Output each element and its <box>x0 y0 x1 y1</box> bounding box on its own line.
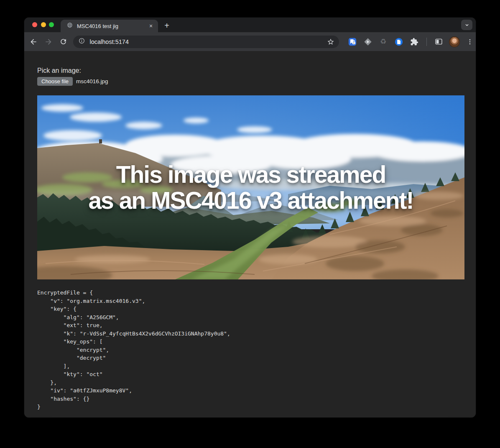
chevron-down-icon <box>464 22 470 28</box>
new-tab-button[interactable]: + <box>161 20 172 31</box>
close-window-button[interactable] <box>32 22 37 27</box>
tab-title: MSC4016 test jig <box>77 23 143 29</box>
document-badge-icon <box>394 37 403 46</box>
diamond-extension-button[interactable] <box>362 36 374 48</box>
forward-arrow-icon <box>44 38 53 46</box>
browser-menu-button[interactable] <box>464 36 476 48</box>
puzzle-icon <box>410 38 418 46</box>
bookmark-star-icon[interactable] <box>326 37 335 46</box>
overlay-line-2: as an MSC4016 v3 attachment! <box>37 187 464 213</box>
selected-file-name: msc4016.jpg <box>76 78 108 84</box>
browser-toolbar: ♻ <box>24 32 476 51</box>
side-panel-icon <box>434 37 443 46</box>
back-button[interactable] <box>28 37 38 47</box>
zoom-window-button[interactable] <box>49 22 54 27</box>
page-content: Pick an image: Choose file msc4016.jpg <box>24 51 476 417</box>
lock-bookmark-icon <box>348 37 357 46</box>
pick-image-label: Pick an image: <box>37 67 81 74</box>
url-input[interactable] <box>89 38 325 45</box>
globe-favicon-icon <box>66 22 73 30</box>
close-tab-icon[interactable]: × <box>147 22 155 30</box>
encrypted-file-code: EncryptedFile = { "v": "org.matrix.msc40… <box>37 289 230 411</box>
recycle-icon: ♻ <box>380 37 386 46</box>
privacy-extension-button[interactable] <box>347 36 358 48</box>
file-input: Choose file msc4016.jpg <box>37 77 108 86</box>
reload-icon <box>59 38 67 46</box>
kebab-menu-icon <box>466 38 474 46</box>
choose-file-button[interactable]: Choose file <box>37 77 73 86</box>
diamond-arrow-icon <box>363 37 372 46</box>
image-overlay-text: This image was streamed as an MSC4016 v3… <box>37 161 464 213</box>
docs-extension-button[interactable] <box>393 36 405 48</box>
side-panel-button[interactable] <box>433 36 445 48</box>
extensions-row: ♻ <box>347 36 476 48</box>
site-info-icon[interactable] <box>78 37 85 46</box>
browser-window: MSC4016 test jig × + <box>24 18 476 417</box>
address-bar[interactable] <box>73 36 339 48</box>
overlay-line-1: This image was streamed <box>37 161 464 187</box>
recycle-extension-button[interactable]: ♻ <box>378 36 389 48</box>
toolbar-divider <box>426 38 427 46</box>
extensions-menu-button[interactable] <box>408 36 420 48</box>
profile-button[interactable] <box>449 36 460 48</box>
forward-button[interactable] <box>43 37 54 47</box>
uploaded-image-preview: This image was streamed as an MSC4016 v3… <box>37 95 464 279</box>
tab-search-button[interactable] <box>461 20 472 30</box>
profile-avatar <box>449 36 460 47</box>
tab-strip: MSC4016 test jig × + <box>24 18 476 32</box>
minimize-window-button[interactable] <box>41 22 46 27</box>
browser-tab[interactable]: MSC4016 test jig × <box>61 20 158 32</box>
back-arrow-icon <box>29 38 38 46</box>
reload-button[interactable] <box>59 37 69 47</box>
